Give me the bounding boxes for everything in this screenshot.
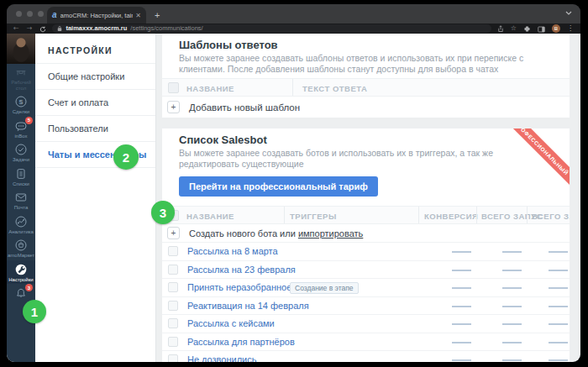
bot-row: Принять неразобранное Создание в этапе <box>162 279 570 297</box>
settings-wrench-icon <box>14 263 28 276</box>
back-icon[interactable]: ← <box>13 25 19 32</box>
metric-placeholder <box>452 359 471 361</box>
create-bot-plus-icon[interactable]: + <box>167 227 180 239</box>
bot-name-link[interactable]: Рассылка на 23 февраля <box>187 265 296 275</box>
reply-templates-card: Шаблоны ответов Вы можете заранее создав… <box>162 34 570 118</box>
salesbot-card: ПРОФЕССИОНАЛЬНЫЙ Список Salesbot Вы може… <box>162 128 570 362</box>
sidebar-item-inbox[interactable]: 5 inBox <box>7 117 35 141</box>
sidebar-item-notifications[interactable]: 3 <box>7 284 35 301</box>
bot-checkbox[interactable] <box>168 337 178 347</box>
add-template-plus-icon[interactable]: + <box>167 101 180 113</box>
window-controls[interactable] <box>16 11 44 17</box>
add-template-label[interactable]: Добавить новый шаблон <box>189 102 300 113</box>
url-domain: taimaxxx.amocrm.ru <box>66 25 127 32</box>
bot-name-link[interactable]: Не дозвонились <box>187 354 256 362</box>
forward-icon[interactable]: → <box>27 25 33 32</box>
import-bot-link[interactable]: импортировать <box>298 228 363 239</box>
metric-placeholder <box>502 251 522 253</box>
tab-title: amoCRM: Настройки, taimaxx <box>60 12 134 19</box>
sidebar-item-mail[interactable]: Почта <box>7 188 35 212</box>
sidebar-item-lists[interactable]: Списки <box>7 165 35 189</box>
metric-placeholder <box>549 270 568 271</box>
settings-sidebar: НАСТРОЙКИ Общие настройки Счет и оплата … <box>35 34 156 362</box>
salesbot-col-triggers: ТРИГГЕРЫ <box>290 212 337 221</box>
metric-placeholder <box>452 306 471 307</box>
metric-placeholder <box>452 287 471 289</box>
bot-checkbox[interactable] <box>168 265 178 275</box>
salesbot-section-title: Список Salesbot <box>162 128 570 146</box>
browser-tabstrip: a amoCRM: Настройки, taimaxx ✕ + <box>7 4 580 24</box>
sidebar-item-settings[interactable]: Настройки <box>7 260 35 285</box>
amocrm-favicon-icon: a <box>52 11 57 19</box>
bot-name-link[interactable]: Реактивация на 14 февраля <box>187 301 309 311</box>
templates-col-name: НАЗВАНИЕ <box>186 84 234 93</box>
metric-placeholder <box>502 342 522 343</box>
browser-tab[interactable]: a amoCRM: Настройки, taimaxx ✕ <box>47 7 146 24</box>
tasks-check-icon <box>14 143 28 156</box>
browser-toolbar: ← → taimaxxx.amocrm.ru/settings/communic… <box>7 24 580 34</box>
menu-dots-icon[interactable]: ⋮ <box>567 25 574 32</box>
sidebar-item-deals[interactable]: S Сделки <box>7 92 35 117</box>
metric-placeholder <box>452 270 471 271</box>
url-path: /settings/communications/ <box>130 25 202 32</box>
bot-row: Рассылка на 23 февраля <box>162 261 570 280</box>
address-bar[interactable]: taimaxxx.amocrm.ru/settings/communicatio… <box>52 24 491 33</box>
notifications-badge: 3 <box>25 284 33 291</box>
deals-icon: S <box>14 95 28 108</box>
settings-sidebar-header: НАСТРОЙКИ <box>35 34 155 64</box>
metric-placeholder <box>549 251 568 253</box>
templates-select-all-checkbox[interactable] <box>168 82 179 93</box>
bot-checkbox[interactable] <box>168 246 178 256</box>
bot-row: Рассылка с кейсами <box>162 315 570 333</box>
bot-name-link[interactable]: Рассылка для партнёров <box>187 337 295 347</box>
create-bot-row[interactable]: + Создать нового бота или импортировать <box>162 224 570 243</box>
close-window-button[interactable] <box>16 11 22 17</box>
user-avatar[interactable] <box>7 34 35 64</box>
maximize-window-button[interactable] <box>38 11 44 17</box>
salesbot-col-conversion: КОНВЕРСИЯ <box>424 212 478 221</box>
sidebar-item-analytics[interactable]: Аналитика <box>7 212 35 237</box>
salesbot-col-name: НАЗВАНИЕ <box>186 212 234 221</box>
settings-nav-general[interactable]: Общие настройки <box>35 64 155 90</box>
bot-checkbox[interactable] <box>168 354 178 362</box>
metric-placeholder <box>549 287 568 289</box>
metric-placeholder <box>502 270 522 271</box>
salesbot-section-description: Вы можете заранее создавать ботов и испо… <box>179 148 553 170</box>
svg-text:S: S <box>19 98 24 106</box>
upgrade-professional-button[interactable]: Перейти на профессиональный тариф <box>179 176 378 197</box>
sidebar-item-tasks[interactable]: Задачи <box>7 140 35 165</box>
bot-name-link[interactable]: Рассылка на 8 марта <box>187 246 278 256</box>
bot-name-link[interactable]: Рассылка с кейсами <box>187 318 275 328</box>
sidebar-item-desktop[interactable]: Рабочий стол <box>7 64 35 92</box>
sidebar-item-amomarket[interactable]: amoМаркет <box>7 236 35 260</box>
bot-checkbox[interactable] <box>168 318 178 328</box>
bot-checkbox[interactable] <box>168 301 178 311</box>
templates-table-header: НАЗВАНИЕ ТЕКСТ ОТВЕТА <box>162 78 570 97</box>
tab-close-icon[interactable]: ✕ <box>135 12 141 19</box>
lists-icon <box>14 167 28 181</box>
metric-placeholder <box>549 342 568 343</box>
minimize-window-button[interactable] <box>27 11 33 17</box>
annotation-step-3: 3 <box>151 201 175 224</box>
bot-row: Рассылка на 8 марта <box>162 243 570 261</box>
metric-placeholder <box>549 359 568 361</box>
market-icon <box>14 239 28 252</box>
bookmark-star-icon[interactable]: ☆ <box>511 25 517 32</box>
main-content: Шаблоны ответов Вы можете заранее создав… <box>156 34 580 362</box>
bot-checkbox[interactable] <box>168 282 178 292</box>
tab-search-chevron-icon[interactable] <box>565 4 572 18</box>
inbox-badge: 5 <box>25 117 33 124</box>
add-template-row[interactable]: + Добавить новый шаблон <box>162 97 570 118</box>
bot-name-link[interactable]: Принять неразобранное <box>187 282 291 292</box>
settings-nav-billing[interactable]: Счет и оплата <box>35 90 155 116</box>
settings-nav-users[interactable]: Пользователи <box>35 116 155 142</box>
new-tab-button[interactable]: + <box>155 11 160 20</box>
create-bot-label[interactable]: Создать нового бота или <box>189 228 296 239</box>
bot-row: Рассылка для партнёров <box>162 333 570 352</box>
annotation-step-2: 2 <box>113 144 139 170</box>
metric-placeholder <box>502 287 522 289</box>
profile-avatar[interactable]: B <box>552 24 560 33</box>
browser-window: a amoCRM: Настройки, taimaxx ✕ + ← → tai… <box>7 4 580 362</box>
salesbot-col-total-run: ВСЕГО ЗАПУ <box>532 212 570 221</box>
metric-placeholder <box>452 323 471 325</box>
